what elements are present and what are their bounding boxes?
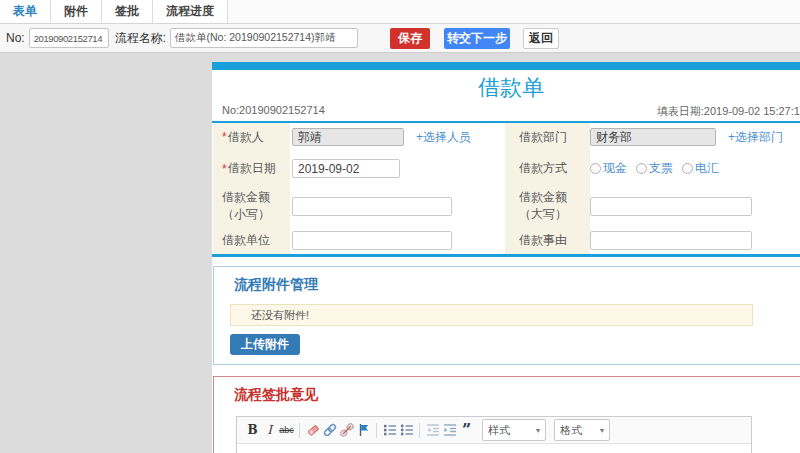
tab-bar: 表单 附件 签批 流程进度 xyxy=(0,0,800,24)
radio-icon xyxy=(682,163,693,174)
panel-top-bar xyxy=(212,62,800,70)
fill-date: 填表日期:2019-09-02 15:27:14 xyxy=(657,104,800,118)
loan-reason-label: 借款事由 xyxy=(519,232,567,249)
form-row-amount: 借款金额（小写） 借款金额（大写） xyxy=(212,186,800,226)
doc-number: No:20190902152714 xyxy=(222,104,325,118)
radio-check-label: 支票 xyxy=(649,160,673,177)
tab-approval[interactable]: 签批 xyxy=(102,0,153,23)
blockquote-icon[interactable]: ” xyxy=(459,421,474,439)
dept-input[interactable] xyxy=(590,128,716,146)
page-title: 借款单 xyxy=(212,74,800,102)
save-button[interactable]: 保存 xyxy=(390,28,430,49)
radio-wire[interactable]: 电汇 xyxy=(682,160,719,177)
tab-progress[interactable]: 流程进度 xyxy=(153,0,228,23)
radio-icon xyxy=(590,163,601,174)
borrower-input[interactable] xyxy=(292,128,404,146)
toolbar-separator xyxy=(376,423,377,438)
loan-date-input[interactable] xyxy=(292,159,400,178)
anchor-flag-icon[interactable] xyxy=(356,421,371,439)
radio-wire-label: 电汇 xyxy=(695,160,719,177)
chevron-down-icon: ▾ xyxy=(600,426,604,435)
approval-section: 流程签批意见 B I abc xyxy=(213,376,800,453)
no-label: No: xyxy=(6,31,25,45)
radio-check[interactable]: 支票 xyxy=(636,160,673,177)
tab-form[interactable]: 表单 xyxy=(0,0,51,23)
radio-cash[interactable]: 现金 xyxy=(590,160,627,177)
process-name-input[interactable] xyxy=(170,28,358,48)
forward-next-step-button[interactable]: 转交下一步 xyxy=(444,28,510,49)
amount-upper-label: 借款金额（大写） xyxy=(519,189,586,223)
loan-unit-label: 借款单位 xyxy=(222,232,270,249)
chevron-down-icon: ▾ xyxy=(536,426,540,435)
form-row-unit-reason: 借款单位 借款事由 xyxy=(212,226,800,254)
loan-form-panel: 借款单 No:20190902152714 填表日期:2019-09-02 15… xyxy=(212,62,800,453)
required-mark: * xyxy=(222,130,227,144)
upload-attachment-button[interactable]: 上传附件 xyxy=(230,334,300,355)
approval-title: 流程签批意见 xyxy=(234,386,800,404)
unlink-icon[interactable] xyxy=(339,421,354,439)
select-person-link[interactable]: +选择人员 xyxy=(416,129,471,146)
link-icon[interactable] xyxy=(322,421,337,439)
loan-unit-input[interactable] xyxy=(292,231,452,250)
amount-uppercase-input[interactable] xyxy=(590,197,752,216)
editor-toolbar: B I abc xyxy=(237,417,751,444)
amount-lower-label-cell: 借款金额（小写） xyxy=(213,186,290,226)
no-attachments-notice: 还没有附件! xyxy=(230,304,753,326)
form-row-borrower: * 借款人 +选择人员 借款部门 +选择部门 xyxy=(212,123,800,151)
bulleted-list-icon[interactable] xyxy=(399,421,414,439)
method-label-cell: 借款方式 xyxy=(505,151,590,186)
back-button[interactable]: 返回 xyxy=(523,28,559,49)
toolbar-separator xyxy=(419,423,420,438)
dept-label-cell: 借款部门 xyxy=(505,123,590,151)
style-select[interactable]: 样式 ▾ xyxy=(482,419,546,441)
loan-method-label: 借款方式 xyxy=(519,160,567,177)
italic-icon[interactable]: I xyxy=(262,421,277,439)
toolbar-separator xyxy=(299,423,300,438)
radio-cash-label: 现金 xyxy=(603,160,627,177)
unit-label-cell: 借款单位 xyxy=(213,226,290,254)
select-dept-link[interactable]: +选择部门 xyxy=(728,129,783,146)
attachments-title: 流程附件管理 xyxy=(234,276,800,294)
date-label-cell: * 借款日期 xyxy=(213,151,290,186)
borrower-label: 借款人 xyxy=(228,129,264,146)
screen: 表单 附件 签批 流程进度 No: 流程名称: 保存 转交下一步 返回 借款单 … xyxy=(0,0,800,453)
rich-text-editor: B I abc xyxy=(236,416,752,453)
bold-icon[interactable]: B xyxy=(245,421,260,439)
process-name-label: 流程名称: xyxy=(115,30,166,47)
remove-format-icon[interactable] xyxy=(305,421,320,439)
outdent-icon[interactable] xyxy=(425,421,440,439)
dept-label: 借款部门 xyxy=(519,129,567,146)
editor-content-area[interactable] xyxy=(237,444,751,453)
numbered-list-icon[interactable] xyxy=(382,421,397,439)
attachments-section: 流程附件管理 还没有附件! 上传附件 xyxy=(213,266,800,365)
tab-attachments[interactable]: 附件 xyxy=(51,0,102,23)
strikethrough-icon[interactable]: abc xyxy=(279,421,294,439)
format-select-label: 格式 xyxy=(560,423,582,438)
loan-reason-input[interactable] xyxy=(590,231,752,250)
doc-meta-row: No:20190902152714 填表日期:2019-09-02 15:27:… xyxy=(212,104,800,118)
amount-upper-label-cell: 借款金额（大写） xyxy=(505,186,590,226)
required-mark: * xyxy=(222,162,227,176)
indent-icon[interactable] xyxy=(442,421,457,439)
style-select-label: 样式 xyxy=(488,423,510,438)
borrower-label-cell: * 借款人 xyxy=(213,123,290,151)
reason-label-cell: 借款事由 xyxy=(505,226,590,254)
amount-lower-label: 借款金额（小写） xyxy=(222,189,286,223)
form-row-date-method: * 借款日期 借款方式 现金 xyxy=(212,151,800,186)
amount-lowercase-input[interactable] xyxy=(292,197,452,216)
action-toolbar: No: 流程名称: 保存 转交下一步 返回 xyxy=(0,24,800,53)
no-input[interactable] xyxy=(29,28,109,48)
loan-form-table: * 借款人 +选择人员 借款部门 +选择部门 * 借款日期 xyxy=(212,123,800,257)
format-select[interactable]: 格式 ▾ xyxy=(554,419,610,441)
radio-icon xyxy=(636,163,647,174)
loan-method-radios: 现金 支票 电汇 xyxy=(590,160,719,177)
loan-date-label: 借款日期 xyxy=(228,160,276,177)
